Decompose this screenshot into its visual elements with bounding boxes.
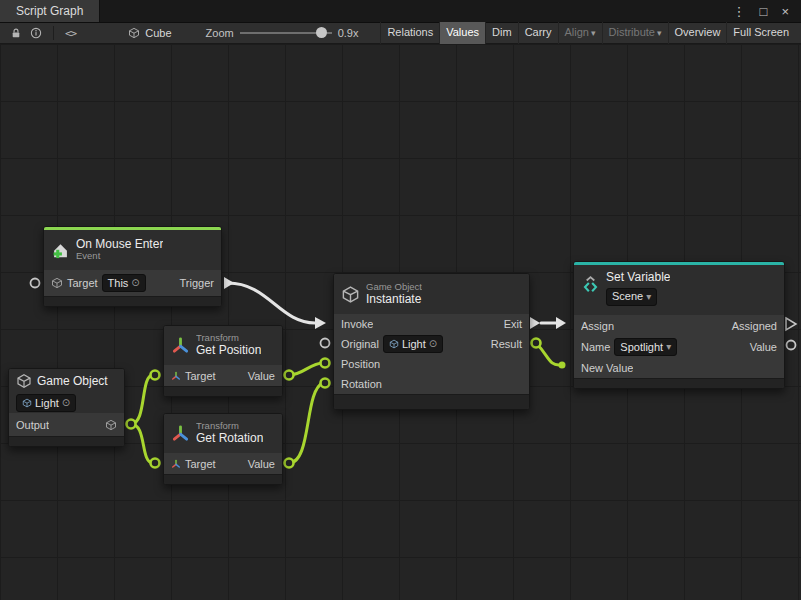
game-object-icon bbox=[51, 277, 63, 289]
node-get-position[interactable]: Transform Get Position Target Value bbox=[163, 325, 283, 397]
node-footer bbox=[334, 394, 529, 409]
relations-button[interactable]: Relations bbox=[380, 22, 439, 44]
node-title: Get Rotation bbox=[196, 432, 263, 446]
edit-code-icon[interactable]: <> bbox=[65, 27, 76, 40]
object-picker-icon[interactable]: ⊙ bbox=[429, 339, 437, 349]
game-object-icon bbox=[105, 419, 117, 431]
node-instantiate[interactable]: Game Object Instantiate Invoke Exit Orig… bbox=[333, 273, 530, 410]
values-button[interactable]: Values bbox=[439, 22, 485, 44]
node-get-rotation[interactable]: Transform Get Rotation Target Value bbox=[163, 413, 283, 485]
port-label-value: Value bbox=[248, 458, 275, 470]
align-button[interactable]: Align▾ bbox=[558, 22, 602, 44]
port-label-target: Target bbox=[185, 458, 216, 470]
toolbar-separator bbox=[53, 26, 54, 40]
node-set-variable[interactable]: Set Variable Scene ▾ Assign Assigned Nam… bbox=[573, 261, 785, 389]
zoom-slider[interactable] bbox=[240, 22, 332, 44]
object-picker-icon[interactable]: ⊙ bbox=[62, 398, 70, 408]
variable-kind-dropdown[interactable]: Scene ▾ bbox=[606, 288, 657, 306]
port-label-assigned: Assigned bbox=[732, 320, 777, 332]
graph-owner[interactable]: Cube bbox=[128, 27, 171, 39]
node-footer bbox=[9, 436, 124, 446]
port-label-value: Value bbox=[750, 341, 777, 353]
node-on-mouse-enter[interactable]: On Mouse Enter Event Target This ⊙ Trigg… bbox=[43, 226, 222, 307]
lock-icon[interactable] bbox=[10, 27, 22, 39]
port-label-invoke: Invoke bbox=[341, 318, 373, 330]
transform-icon bbox=[171, 424, 190, 443]
node-title: Instantiate bbox=[366, 293, 422, 307]
original-value-chip[interactable]: Light ⊙ bbox=[383, 335, 443, 353]
transform-icon bbox=[171, 336, 190, 355]
window-menu-icon[interactable]: ⋮ bbox=[733, 4, 746, 19]
port-label-rotation: Rotation bbox=[341, 378, 382, 390]
tab-script-graph[interactable]: Script Graph bbox=[0, 0, 100, 22]
node-subtitle: Event bbox=[76, 251, 163, 262]
dim-button[interactable]: Dim bbox=[485, 22, 518, 44]
port-label-exit: Exit bbox=[504, 318, 522, 330]
game-object-icon bbox=[16, 373, 32, 389]
graph-toolbar: <> Cube Zoom 0.9x Relations Values Dim C… bbox=[0, 22, 801, 44]
game-object-icon bbox=[341, 285, 360, 304]
node-category: Game Object bbox=[366, 282, 422, 293]
port-label-output: Output bbox=[16, 419, 49, 431]
chevron-down-icon: ▾ bbox=[646, 292, 651, 302]
port-label-target: Target bbox=[67, 277, 98, 289]
port-label-new-value: New Value bbox=[581, 362, 633, 374]
close-icon[interactable]: × bbox=[781, 4, 789, 19]
carry-button[interactable]: Carry bbox=[518, 22, 558, 44]
zoom-value: 0.9x bbox=[338, 27, 359, 39]
node-title: Game Object bbox=[37, 374, 108, 388]
node-game-object-light[interactable]: Game Object Light ⊙ Output bbox=[8, 368, 125, 447]
port-label-trigger: Trigger bbox=[180, 277, 214, 289]
node-footer bbox=[574, 378, 784, 388]
chevron-down-icon: ▾ bbox=[657, 28, 662, 38]
distribute-button[interactable]: Distribute▾ bbox=[602, 22, 668, 44]
node-footer bbox=[44, 296, 221, 306]
node-footer bbox=[164, 386, 282, 396]
node-title: Get Position bbox=[196, 344, 261, 358]
overview-button[interactable]: Overview bbox=[668, 22, 727, 44]
game-object-icon bbox=[389, 339, 399, 349]
port-label-position: Position bbox=[341, 358, 380, 370]
transform-icon bbox=[171, 371, 181, 381]
unity-script-graph-window: Script Graph ⋮ □ × <> Cube Zoom 0.9x Rel… bbox=[0, 0, 801, 600]
object-value-chip[interactable]: Light ⊙ bbox=[16, 394, 76, 412]
port-label-target: Target bbox=[185, 370, 216, 382]
transform-icon bbox=[171, 459, 181, 469]
zoom-label: Zoom bbox=[206, 27, 234, 39]
chevron-down-icon: ▾ bbox=[666, 342, 671, 352]
port-label-result: Result bbox=[491, 338, 522, 350]
node-footer bbox=[164, 474, 282, 484]
object-picker-icon[interactable]: ⊙ bbox=[131, 278, 139, 288]
target-value-chip[interactable]: This ⊙ bbox=[102, 274, 146, 292]
fullscreen-button[interactable]: Full Screen bbox=[726, 22, 795, 44]
toolbar-buttons: Relations Values Dim Carry Align▾ Distri… bbox=[380, 22, 795, 44]
node-title: Set Variable bbox=[606, 271, 670, 285]
port-label-original: Original bbox=[341, 338, 379, 350]
port-label-name: Name bbox=[581, 341, 610, 353]
chevron-down-icon: ▾ bbox=[591, 28, 596, 38]
node-title: On Mouse Enter bbox=[76, 238, 163, 252]
game-object-icon bbox=[22, 398, 32, 408]
port-label-assign: Assign bbox=[581, 320, 614, 332]
tab-bar: Script Graph ⋮ □ × bbox=[0, 0, 801, 22]
zoom-slider-handle[interactable] bbox=[316, 27, 327, 38]
variable-icon bbox=[581, 275, 600, 294]
port-label-value: Value bbox=[248, 370, 275, 382]
info-icon[interactable] bbox=[30, 27, 42, 39]
window-controls: ⋮ □ × bbox=[733, 0, 801, 22]
cube-icon bbox=[128, 27, 140, 39]
graph-owner-label: Cube bbox=[145, 27, 171, 39]
zoom-control: Zoom 0.9x bbox=[206, 22, 359, 44]
maximize-icon[interactable]: □ bbox=[760, 4, 768, 19]
variable-name-dropdown[interactable]: Spotlight ▾ bbox=[614, 338, 677, 356]
on-mouse-enter-icon bbox=[51, 241, 70, 260]
